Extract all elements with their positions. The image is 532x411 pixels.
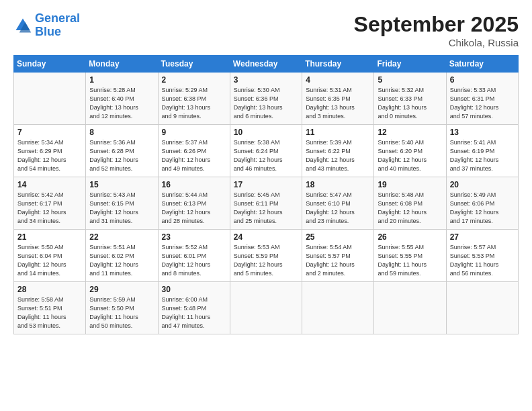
calendar-cell: 8Sunrise: 5:36 AMSunset: 6:28 PMDaylight…	[86, 125, 158, 177]
cell-info: Sunrise: 5:36 AMSunset: 6:28 PMDaylight:…	[89, 138, 154, 173]
cell-info: Sunrise: 5:31 AMSunset: 6:35 PMDaylight:…	[306, 86, 370, 121]
calendar-cell: 6Sunrise: 5:33 AMSunset: 6:31 PMDaylight…	[446, 73, 518, 125]
day-number: 17	[234, 180, 298, 189]
cell-info: Sunrise: 5:40 AMSunset: 6:20 PMDaylight:…	[378, 138, 442, 173]
week-row-2: 7Sunrise: 5:34 AMSunset: 6:29 PMDaylight…	[14, 125, 519, 177]
cell-info: Sunrise: 5:55 AMSunset: 5:55 PMDaylight:…	[378, 243, 442, 278]
calendar-cell: 17Sunrise: 5:45 AMSunset: 6:11 PMDayligh…	[230, 177, 302, 230]
calendar-cell: 12Sunrise: 5:40 AMSunset: 6:20 PMDayligh…	[374, 125, 446, 177]
week-row-1: 1Sunrise: 5:28 AMSunset: 6:40 PMDaylight…	[14, 73, 519, 125]
calendar-cell: 14Sunrise: 5:42 AMSunset: 6:17 PMDayligh…	[14, 177, 86, 230]
day-number: 4	[306, 75, 370, 85]
calendar-cell: 22Sunrise: 5:51 AMSunset: 6:02 PMDayligh…	[86, 230, 158, 282]
day-number: 6	[450, 75, 515, 85]
day-number: 7	[17, 128, 82, 137]
logo-icon	[13, 16, 32, 35]
month-title: September 2025	[354, 12, 519, 37]
cell-info: Sunrise: 5:37 AMSunset: 6:26 PMDaylight:…	[162, 138, 226, 173]
calendar-cell: 20Sunrise: 5:49 AMSunset: 6:06 PMDayligh…	[446, 177, 518, 230]
calendar-cell: 30Sunrise: 6:00 AMSunset: 5:48 PMDayligh…	[158, 282, 230, 334]
cell-info: Sunrise: 5:41 AMSunset: 6:19 PMDaylight:…	[450, 138, 515, 173]
cell-info: Sunrise: 5:49 AMSunset: 6:06 PMDaylight:…	[450, 191, 515, 226]
calendar-cell: 9Sunrise: 5:37 AMSunset: 6:26 PMDaylight…	[158, 125, 230, 177]
day-number: 16	[162, 180, 226, 189]
day-number: 8	[89, 128, 154, 137]
cell-info: Sunrise: 5:34 AMSunset: 6:29 PMDaylight:…	[17, 138, 82, 173]
logo-name: GeneralBlue	[35, 12, 80, 39]
calendar-cell: 1Sunrise: 5:28 AMSunset: 6:40 PMDaylight…	[86, 73, 158, 125]
calendar-cell: 28Sunrise: 5:58 AMSunset: 5:51 PMDayligh…	[14, 282, 86, 334]
cell-info: Sunrise: 6:00 AMSunset: 5:48 PMDaylight:…	[162, 295, 226, 330]
col-header-saturday: Saturday	[446, 56, 518, 73]
calendar-cell: 24Sunrise: 5:53 AMSunset: 5:59 PMDayligh…	[230, 230, 302, 282]
calendar-cell	[14, 73, 86, 125]
cell-info: Sunrise: 5:45 AMSunset: 6:11 PMDaylight:…	[234, 191, 298, 226]
col-header-tuesday: Tuesday	[158, 56, 230, 73]
day-number: 5	[378, 75, 442, 85]
day-number: 20	[450, 180, 515, 189]
calendar-cell: 23Sunrise: 5:52 AMSunset: 6:01 PMDayligh…	[158, 230, 230, 282]
day-number: 19	[378, 180, 442, 189]
calendar-cell: 18Sunrise: 5:47 AMSunset: 6:10 PMDayligh…	[302, 177, 374, 230]
calendar-cell: 2Sunrise: 5:29 AMSunset: 6:38 PMDaylight…	[158, 73, 230, 125]
cell-info: Sunrise: 5:54 AMSunset: 5:57 PMDaylight:…	[306, 243, 370, 278]
calendar-cell: 29Sunrise: 5:59 AMSunset: 5:50 PMDayligh…	[86, 282, 158, 334]
cell-info: Sunrise: 5:48 AMSunset: 6:08 PMDaylight:…	[378, 191, 442, 226]
day-number: 24	[234, 232, 298, 242]
calendar-cell	[302, 282, 374, 334]
day-number: 9	[162, 128, 226, 137]
col-header-thursday: Thursday	[302, 56, 374, 73]
day-number: 30	[162, 285, 226, 294]
cell-info: Sunrise: 5:43 AMSunset: 6:15 PMDaylight:…	[89, 191, 154, 226]
calendar-cell: 27Sunrise: 5:57 AMSunset: 5:53 PMDayligh…	[446, 230, 518, 282]
cell-info: Sunrise: 5:38 AMSunset: 6:24 PMDaylight:…	[234, 138, 298, 173]
cell-info: Sunrise: 5:47 AMSunset: 6:10 PMDaylight:…	[306, 191, 370, 226]
cell-info: Sunrise: 5:30 AMSunset: 6:36 PMDaylight:…	[234, 86, 298, 121]
cell-info: Sunrise: 5:33 AMSunset: 6:31 PMDaylight:…	[450, 86, 515, 121]
calendar-cell: 11Sunrise: 5:39 AMSunset: 6:22 PMDayligh…	[302, 125, 374, 177]
logo: GeneralBlue	[13, 12, 80, 39]
cell-info: Sunrise: 5:57 AMSunset: 5:53 PMDaylight:…	[450, 243, 515, 278]
calendar-cell: 7Sunrise: 5:34 AMSunset: 6:29 PMDaylight…	[14, 125, 86, 177]
cell-info: Sunrise: 5:28 AMSunset: 6:40 PMDaylight:…	[89, 86, 154, 121]
calendar-cell: 16Sunrise: 5:44 AMSunset: 6:13 PMDayligh…	[158, 177, 230, 230]
calendar-cell: 5Sunrise: 5:32 AMSunset: 6:33 PMDaylight…	[374, 73, 446, 125]
cell-info: Sunrise: 5:51 AMSunset: 6:02 PMDaylight:…	[89, 243, 154, 278]
day-number: 15	[89, 180, 154, 189]
header-row: SundayMondayTuesdayWednesdayThursdayFrid…	[14, 56, 519, 73]
day-number: 29	[89, 285, 154, 294]
calendar-cell: 21Sunrise: 5:50 AMSunset: 6:04 PMDayligh…	[14, 230, 86, 282]
cell-info: Sunrise: 5:58 AMSunset: 5:51 PMDaylight:…	[17, 295, 82, 330]
calendar-cell: 10Sunrise: 5:38 AMSunset: 6:24 PMDayligh…	[230, 125, 302, 177]
day-number: 27	[450, 232, 515, 242]
calendar-cell	[446, 282, 518, 334]
col-header-friday: Friday	[374, 56, 446, 73]
day-number: 3	[234, 75, 298, 85]
day-number: 18	[306, 180, 370, 189]
cell-info: Sunrise: 5:29 AMSunset: 6:38 PMDaylight:…	[162, 86, 226, 121]
calendar-cell: 4Sunrise: 5:31 AMSunset: 6:35 PMDaylight…	[302, 73, 374, 125]
day-number: 11	[306, 128, 370, 137]
day-number: 21	[17, 232, 82, 242]
week-row-3: 14Sunrise: 5:42 AMSunset: 6:17 PMDayligh…	[14, 177, 519, 230]
week-row-4: 21Sunrise: 5:50 AMSunset: 6:04 PMDayligh…	[14, 230, 519, 282]
calendar-cell	[230, 282, 302, 334]
cell-info: Sunrise: 5:32 AMSunset: 6:33 PMDaylight:…	[378, 86, 442, 121]
page: GeneralBlue September 2025 Chikola, Russ…	[0, 0, 532, 411]
calendar-cell	[374, 282, 446, 334]
calendar-cell: 15Sunrise: 5:43 AMSunset: 6:15 PMDayligh…	[86, 177, 158, 230]
day-number: 28	[17, 285, 82, 294]
day-number: 26	[378, 232, 442, 242]
calendar-cell: 26Sunrise: 5:55 AMSunset: 5:55 PMDayligh…	[374, 230, 446, 282]
calendar-table: SundayMondayTuesdayWednesdayThursdayFrid…	[13, 55, 519, 334]
header: GeneralBlue September 2025 Chikola, Russ…	[13, 12, 519, 48]
day-number: 12	[378, 128, 442, 137]
day-number: 1	[89, 75, 154, 85]
cell-info: Sunrise: 5:44 AMSunset: 6:13 PMDaylight:…	[162, 191, 226, 226]
cell-info: Sunrise: 5:39 AMSunset: 6:22 PMDaylight:…	[306, 138, 370, 173]
col-header-monday: Monday	[86, 56, 158, 73]
day-number: 13	[450, 128, 515, 137]
calendar-cell: 13Sunrise: 5:41 AMSunset: 6:19 PMDayligh…	[446, 125, 518, 177]
cell-info: Sunrise: 5:52 AMSunset: 6:01 PMDaylight:…	[162, 243, 226, 278]
cell-info: Sunrise: 5:53 AMSunset: 5:59 PMDaylight:…	[234, 243, 298, 278]
